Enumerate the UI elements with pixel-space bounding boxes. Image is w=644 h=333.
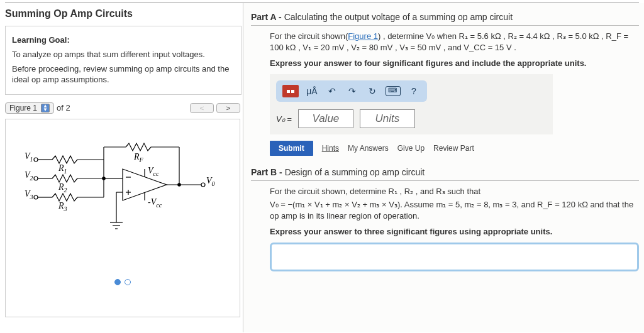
figure-pager [114,279,131,285]
answer-panel: μÅ ↶ ↷ ↻ ? V₀ = Value Units [270,74,553,134]
pager-dot-2[interactable] [125,279,131,285]
figure-label: Figure 1 [9,104,37,112]
figure-panel: V1 V2 V3 R1 R2 R3 RF Vcc -Vcc V0 [5,119,240,317]
goal-label: Learning Goal: [12,35,235,46]
units-input[interactable]: Units [360,109,415,128]
stepper-icon[interactable]: ▲▼ [41,104,50,112]
pager-dot-1[interactable] [114,279,121,285]
svg-point-28 [178,183,180,185]
submit-bar: Submit Hints My Answers Give Up Review P… [270,141,639,156]
answer-label: V₀ = [276,114,292,124]
svg-text:V3: V3 [25,189,33,200]
learning-goal-box: Learning Goal: To analyze op amps that s… [5,26,242,95]
hints-link[interactable]: Hints [322,144,339,153]
review-part-link[interactable]: Review Part [433,144,474,153]
svg-text:Vcc: Vcc [148,166,159,177]
part-a-header: Part A - Calculating the output voltage … [251,12,639,26]
figure-count: of 2 [57,103,70,112]
undo-icon[interactable]: ↶ [325,84,339,98]
svg-text:V2: V2 [25,170,33,182]
value-input[interactable]: Value [298,109,353,128]
goal-text-1: To analyze op amps that sum different in… [12,50,235,60]
svg-point-27 [201,183,205,187]
part-a-label: Part A - [251,12,282,22]
part-b-header: Part B - Design of a summing op amp circ… [251,167,639,181]
format-toolbar: μÅ ↶ ↷ ↻ ? [276,80,427,102]
figure-nav-bar: Figure 1 ▲▼ of 2 < > [5,102,243,114]
part-a-prompt: For the circuit shown(Figure 1) , determ… [270,31,639,53]
page-title: Summing Op Amp Circuits [5,8,243,19]
goal-text-2: Before proceeding, review summing op amp… [12,64,235,85]
figure-link[interactable]: Figure 1 [348,31,378,41]
svg-text:-Vcc: -Vcc [148,197,162,209]
part-b-title: Design of a summing op amp circuit [282,167,425,177]
svg-point-3 [34,177,38,180]
my-answers-link[interactable]: My Answers [348,144,389,153]
template-icon[interactable] [282,85,299,97]
answer-row: V₀ = Value Units [276,109,547,128]
svg-point-6 [34,195,38,199]
redo-icon[interactable]: ↷ [345,84,359,98]
keyboard-icon[interactable] [386,84,401,98]
part-a-title: Calculating the output voltage of a summ… [282,12,513,22]
figure-prev-button[interactable]: < [190,103,214,113]
svg-text:R2: R2 [58,182,67,194]
help-icon[interactable]: ? [407,84,421,98]
figure-next-button[interactable]: > [216,103,240,113]
part-b-label: Part B - [251,167,282,177]
part-b-line1: For the circuit shown, determine R₁ , R₂… [270,186,639,197]
give-up-link[interactable]: Give Up [397,144,425,153]
figure-select[interactable]: Figure 1 ▲▼ [5,102,54,114]
svg-text:R1: R1 [58,163,67,175]
units-icon[interactable]: μÅ [305,84,319,98]
svg-text:RF: RF [133,152,144,163]
svg-text:R3: R3 [58,201,67,212]
circuit-diagram: V1 V2 V3 R1 R2 R3 RF Vcc -Vcc V0 [22,134,223,260]
svg-text:V1: V1 [25,151,33,163]
part-b-line2: V₀ = −(m₁ × V₁ + m₂ × V₂ + m₃ × V₃). Ass… [270,199,639,222]
svg-point-11 [103,177,105,179]
part-a-express: Express your answer to four significant … [270,58,639,68]
submit-button[interactable]: Submit [270,141,313,156]
reset-icon[interactable]: ↻ [365,84,379,98]
part-b-answer-panel[interactable] [270,243,639,271]
part-b-express: Express your answer to three significant… [270,227,639,236]
svg-point-0 [34,158,38,161]
svg-text:V0: V0 [206,176,215,187]
